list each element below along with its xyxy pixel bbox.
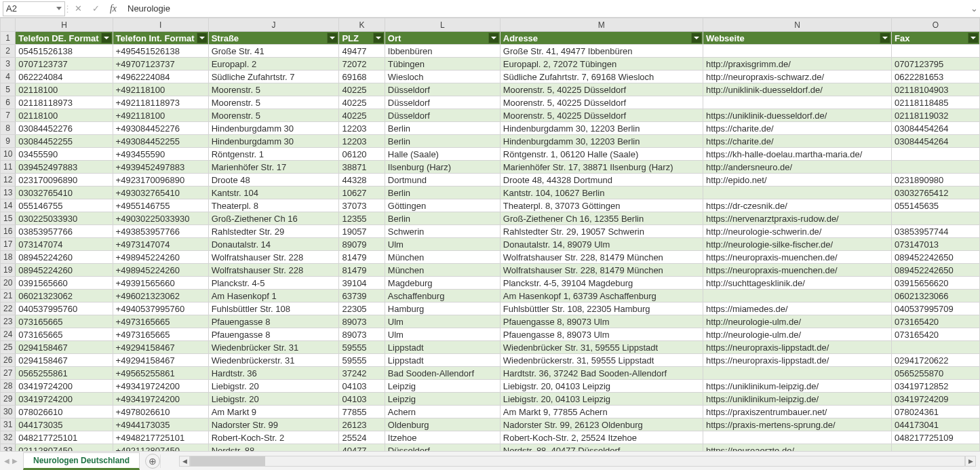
cell[interactable]: 06021323066	[892, 290, 980, 302]
cell[interactable]: Am Hasenkopf 1, 63739 Aschaffenburg	[500, 290, 703, 302]
cell[interactable]: 073165665	[16, 315, 113, 328]
cell[interactable]: 03915656620	[892, 277, 980, 290]
cell[interactable]: https://neuroaerzte.de/	[703, 444, 891, 452]
cell[interactable]: Berlin	[385, 135, 500, 148]
cell[interactable]: Dortmund	[385, 174, 500, 187]
cell[interactable]: +49707123737	[113, 58, 208, 71]
cell[interactable]: 078026610	[16, 406, 113, 418]
cell[interactable]: +4923170096890	[113, 174, 208, 187]
row-header[interactable]: 29	[1, 393, 16, 406]
cell[interactable]: Am Markt 9, 77855 Achern	[500, 406, 703, 418]
cell[interactable]: Pfauengasse 8	[208, 315, 339, 328]
cell[interactable]: +492118100	[113, 83, 208, 96]
row-header[interactable]: 20	[1, 277, 16, 290]
cell[interactable]: http://neurologie-silke-fischer.de/	[703, 238, 891, 251]
cell[interactable]: 77855	[339, 406, 385, 418]
cell[interactable]: 02118100	[16, 83, 113, 96]
cell[interactable]: Europapl. 2, 72072 Tübingen	[500, 58, 703, 71]
row-header[interactable]: 10	[1, 148, 16, 161]
row-header[interactable]: 8	[1, 122, 16, 135]
cell[interactable]: Leipzig	[385, 380, 500, 393]
cell[interactable]: +493419724200	[113, 380, 208, 393]
cell[interactable]: https://neuropraxis-lippstadt.de/	[703, 341, 891, 354]
cell[interactable]: 03419724200	[16, 393, 113, 406]
cell[interactable]: 0231890980	[892, 174, 980, 187]
cell[interactable]: https://miamedes.de/	[703, 302, 891, 315]
cell[interactable]: Fuhlsbüttler Str. 108	[208, 302, 339, 315]
cell[interactable]: Liebigstr. 20	[208, 393, 339, 406]
cell[interactable]: https://neuropraxis-muenchen.de/	[703, 251, 891, 264]
cell[interactable]: 22305	[339, 302, 385, 315]
cell[interactable]: 055146755	[16, 199, 113, 212]
cell[interactable]: http://uniklinik-duesseldorf.de/	[703, 83, 891, 96]
cell[interactable]: 0294158467	[16, 354, 113, 367]
cell[interactable]: +4973165665	[113, 328, 208, 341]
cell[interactable]: Ulm	[385, 328, 500, 341]
cell[interactable]: +4978026610	[113, 406, 208, 418]
cell[interactable]: 06021323062	[16, 290, 113, 302]
table-header[interactable]: Telefon Int. Format	[113, 32, 208, 45]
cell[interactable]: Droote 48	[208, 174, 339, 187]
cell[interactable]: Moorenstr. 5, 40225 Düsseldorf	[500, 96, 703, 109]
cell[interactable]: München	[385, 264, 500, 277]
cell[interactable]: Droote 48, 44328 Dortmund	[500, 174, 703, 187]
cell[interactable]: 08945224260	[16, 251, 113, 264]
row-header[interactable]: 19	[1, 264, 16, 277]
cell[interactable]: Liebigstr. 20, 04103 Leipzig	[500, 380, 703, 393]
name-box-dropdown-icon[interactable]	[56, 7, 62, 10]
cell[interactable]	[892, 148, 980, 161]
cell[interactable]: 12203	[339, 122, 385, 135]
formula-input[interactable]	[122, 1, 968, 16]
row-header[interactable]: 2	[1, 45, 16, 58]
cell[interactable]: Düsseldorf	[385, 83, 500, 96]
cell[interactable]: http://praxisgrimm.de/	[703, 58, 891, 71]
cell[interactable]: Groß-Ziethener Ch 16	[208, 212, 339, 225]
row-header[interactable]: 17	[1, 238, 16, 251]
cell[interactable]: 03084454264	[892, 122, 980, 135]
cell[interactable]: https://uniklinikum-leipzig.de/	[703, 380, 891, 393]
cell[interactable]: +493084452276	[113, 122, 208, 135]
column-header-M[interactable]: M	[500, 18, 703, 32]
cell[interactable]: Berlin	[385, 122, 500, 135]
cell[interactable]: 02118119032	[892, 109, 980, 122]
cell[interactable]: Itzehoe	[385, 431, 500, 444]
cell[interactable]: http://neuropraxis-schwarz.de/	[703, 71, 891, 83]
filter-button[interactable]	[968, 33, 979, 43]
cell[interactable]: 03853957744	[892, 225, 980, 238]
cell[interactable]: https://neuropraxis-lippstadt.de/	[703, 354, 891, 367]
cell[interactable]: 073165665	[16, 328, 113, 341]
cell[interactable]: +4962224084	[113, 71, 208, 83]
cell[interactable]: 089452242650	[892, 251, 980, 264]
cell[interactable]	[892, 212, 980, 225]
cell[interactable]: +49294158467	[113, 341, 208, 354]
cell[interactable]: 12203	[339, 135, 385, 148]
cell[interactable]: Pfauengasse 8	[208, 328, 339, 341]
row-header[interactable]: 23	[1, 315, 16, 328]
cell[interactable]: Groß-Ziethener Ch 16, 12355 Berlin	[500, 212, 703, 225]
cell[interactable]: +493853957766	[113, 225, 208, 238]
cell[interactable]: Moorenstr. 5, 40225 Düsseldorf	[500, 83, 703, 96]
cell[interactable]: +4944173035	[113, 418, 208, 431]
scroll-thumb[interactable]	[191, 456, 265, 466]
row-header[interactable]: 15	[1, 212, 16, 225]
cell[interactable]: 0622281653	[892, 71, 980, 83]
scroll-track[interactable]	[190, 456, 965, 467]
cell[interactable]: Schwerin	[385, 225, 500, 238]
cell[interactable]: Europapl. 2	[208, 58, 339, 71]
cell[interactable]: https://uniklinik-duesseldorf.de/	[703, 109, 891, 122]
cell[interactable]: Robert-Koch-Str. 2, 25524 Itzehoe	[500, 431, 703, 444]
cell[interactable]: Wiedenbrückerstr. 31, 59555 Lippstadt	[500, 354, 703, 367]
cell[interactable]: https://uniklinikum-leipzig.de/	[703, 393, 891, 406]
cell[interactable]: 89073	[339, 315, 385, 328]
cell[interactable]: Liebigstr. 20, 04103 Leipzig	[500, 393, 703, 406]
add-sheet-button[interactable]: ⊕	[145, 454, 160, 469]
cell[interactable]: 078024361	[892, 406, 980, 418]
cell[interactable]: Moorenstr. 5, 40225 Düsseldorf	[500, 109, 703, 122]
cell[interactable]: https://dr-czesnik.de/	[703, 199, 891, 212]
cell[interactable]: 04103	[339, 393, 385, 406]
cell[interactable]: https://kh-halle-doelau.martha-maria.de/	[703, 148, 891, 161]
cell[interactable]: https://praxiszentrumbauer.net/	[703, 406, 891, 418]
cell[interactable]: Wolfratshauser Str. 228, 81479 München	[500, 264, 703, 277]
cell[interactable]: Magdeburg	[385, 277, 500, 290]
cell[interactable]: München	[385, 251, 500, 264]
